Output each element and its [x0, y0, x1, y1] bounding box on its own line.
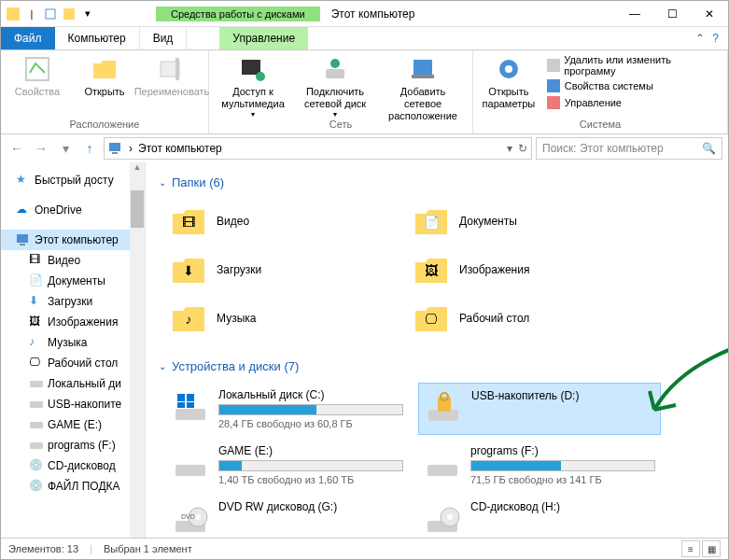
help-icon[interactable]: ? [712, 32, 719, 45]
folder-item[interactable]: 🖵Рабочий стол [409, 296, 642, 341]
svg-point-13 [505, 65, 512, 73]
folder-item[interactable]: 🎞Видео [166, 199, 400, 244]
ribbon-properties[interactable]: Свойства [8, 54, 66, 98]
ribbon-open[interactable]: Открыть [76, 54, 133, 98]
ribbon-settings-label: Открыть параметры [481, 86, 537, 110]
search-input[interactable]: Поиск: Этот компьютер 🔍 [536, 137, 722, 160]
nav-usb[interactable]: USB-накопите [1, 394, 145, 414]
drive-sublabel: 28,4 ГБ свободно из 60,8 ГБ [218, 418, 403, 429]
drive-icon [29, 438, 44, 453]
nav-documents[interactable]: 📄Документы [1, 271, 145, 291]
close-button[interactable]: ✕ [691, 1, 728, 27]
svg-rect-39 [175, 465, 205, 476]
view-details-button[interactable]: ≡ [681, 540, 700, 557]
ribbon-sysprops[interactable]: Свойства системы [546, 78, 720, 93]
drive-label: GAME (E:) [218, 444, 403, 457]
drive-item[interactable]: DVDDVD RW дисковод (G:) [166, 495, 409, 538]
svg-rect-14 [547, 59, 560, 72]
folder-item[interactable]: ⬇Загрузки [166, 247, 400, 292]
svg-rect-18 [112, 152, 118, 154]
nav-downloads[interactable]: ⬇Загрузки [1, 291, 145, 312]
ribbon-collapse-icon[interactable]: ⌃ [695, 32, 705, 45]
nav-game[interactable]: GAME (E:) [1, 414, 145, 435]
nav-scrollbar[interactable]: ▲ [130, 162, 145, 538]
tab-computer[interactable]: Компьютер [55, 27, 140, 49]
nav-videos[interactable]: 🎞Видео [1, 250, 145, 271]
refresh-icon[interactable]: ↻ [518, 142, 527, 155]
ribbon-group-system-label: Система [580, 117, 621, 130]
ribbon-settings[interactable]: Открыть параметры [481, 54, 537, 110]
drive-item[interactable]: USB-накопитель (D:) [418, 383, 661, 435]
drives-group-header[interactable]: ⌄Устройства и диски (7) [159, 356, 715, 377]
ribbon-add-network[interactable]: Добавить сетевое расположение [381, 54, 465, 123]
svg-rect-37 [438, 397, 451, 412]
nav-onedrive[interactable]: ☁OneDrive [1, 200, 145, 220]
nav-desktop[interactable]: 🖵Рабочий стол [1, 353, 145, 373]
qat-new-item-icon[interactable] [61, 6, 77, 22]
chevron-down-icon: ⌄ [159, 177, 166, 188]
view-tiles-button[interactable]: ▦ [702, 540, 721, 557]
folder-item[interactable]: 🖼Изображения [409, 247, 642, 292]
add-network-icon [408, 54, 438, 84]
svg-rect-11 [412, 75, 434, 78]
document-icon: 📄 [29, 273, 44, 288]
nav-pictures[interactable]: 🖼Изображения [1, 312, 145, 332]
address-bar[interactable]: › Этот компьютер ▾ ↻ [104, 137, 532, 160]
address-path: Этот компьютер [138, 142, 222, 155]
nav-file-podka[interactable]: 💿ФАЙЛ ПОДКА [1, 476, 145, 497]
nav-back-button[interactable]: ← [7, 138, 27, 159]
minimize-button[interactable]: — [616, 1, 653, 27]
manage-icon [546, 95, 561, 110]
nav-this-pc[interactable]: Этот компьютер [1, 230, 145, 250]
svg-rect-24 [30, 442, 43, 449]
qat-properties-icon[interactable] [42, 6, 59, 22]
app-icon [5, 6, 21, 22]
qat-dropdown-icon[interactable]: ▾ [79, 6, 96, 22]
svg-rect-19 [17, 234, 28, 243]
ribbon-tabs: Файл Компьютер Вид Управление ⌃ ? [1, 27, 728, 50]
maximize-button[interactable]: ☐ [653, 1, 691, 27]
video-icon: 🎞 [29, 253, 44, 268]
drive-item[interactable]: Локальный диск (C:)28,4 ГБ свободно из 6… [166, 383, 409, 435]
content-pane: ⌄Папки (6) 🎞Видео📄Документы⬇Загрузки🖼Изо… [146, 162, 728, 538]
ribbon-media-access[interactable]: Доступ к мультимедиа▾ [217, 54, 289, 119]
ribbon-properties-label: Свойства [15, 86, 60, 98]
open-icon [90, 54, 119, 84]
svg-text:⬇: ⬇ [183, 263, 194, 278]
nav-forward-button[interactable]: → [31, 138, 51, 159]
svg-rect-10 [414, 60, 432, 75]
nav-music[interactable]: ♪Музыка [1, 332, 145, 353]
svg-text:♪: ♪ [186, 312, 192, 327]
drive-item[interactable]: programs (F:)71,5 ГБ свободно из 141 ГБ [418, 439, 661, 491]
drive-icon [425, 389, 462, 427]
nav-local-disk[interactable]: Локальный ди [1, 373, 145, 394]
search-icon: 🔍 [702, 142, 716, 155]
desktop-icon: 🖵 [29, 356, 44, 371]
folders-group-header[interactable]: ⌄Папки (6) [159, 172, 715, 193]
folder-item[interactable]: 📄Документы [409, 199, 642, 244]
drive-item[interactable]: GAME (E:)1,40 ТБ свободно из 1,60 ТБ [166, 439, 409, 491]
computer-icon [16, 232, 31, 247]
folder-item[interactable]: ♪Музыка [166, 296, 400, 341]
address-row: ← → ▾ ↑ › Этот компьютер ▾ ↻ Поиск: Этот… [1, 134, 728, 162]
svg-rect-15 [547, 79, 560, 92]
svg-rect-0 [7, 7, 20, 21]
nav-quick-access[interactable]: ★Быстрый досту [1, 170, 145, 190]
nav-programs[interactable]: programs (F:) [1, 435, 145, 455]
nav-cd[interactable]: 💿CD-дисковод [1, 455, 145, 476]
ribbon-rename-label: Переименовать [134, 86, 210, 98]
address-dropdown-icon[interactable]: ▾ [507, 142, 512, 155]
drive-item[interactable]: CD-дисковод (H:) [418, 495, 661, 538]
ribbon-rename[interactable]: Переименовать [143, 54, 201, 98]
nav-history-button[interactable]: ▾ [55, 138, 76, 159]
folder-icon: 🖼 [413, 251, 450, 288]
ribbon-uninstall[interactable]: Удалить или изменить программу [546, 54, 720, 77]
tab-file[interactable]: Файл [1, 27, 55, 49]
tab-view[interactable]: Вид [140, 27, 188, 49]
tab-manage[interactable]: Управление [219, 27, 308, 49]
nav-up-button[interactable]: ↑ [79, 138, 100, 159]
ribbon-map-drive[interactable]: Подключить сетевой диск▾ [299, 54, 372, 119]
ribbon-manage[interactable]: Управление [546, 95, 720, 110]
svg-rect-1 [46, 9, 55, 19]
svg-rect-31 [175, 409, 205, 420]
